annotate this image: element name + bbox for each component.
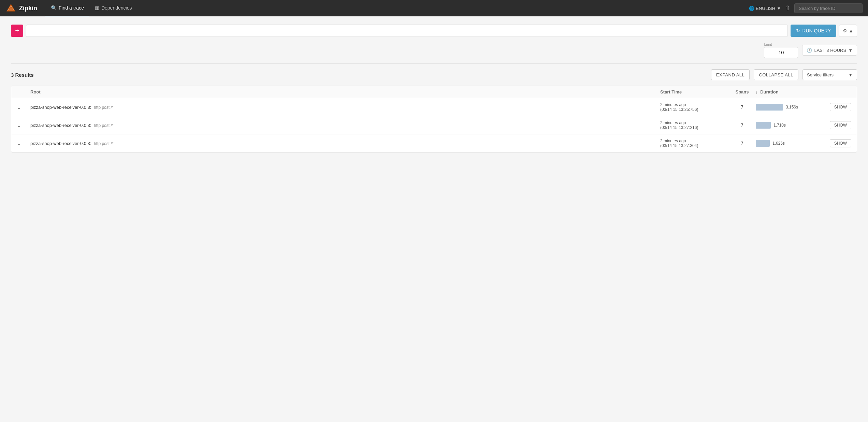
row-expand-3[interactable]: ⌄	[17, 140, 30, 147]
duration-bar-1	[756, 104, 783, 111]
limit-label: Limit	[764, 42, 772, 46]
search-icon: 🔍	[51, 5, 57, 11]
service-filters-label: Service filters	[807, 72, 834, 77]
duration-label-3: 1.625s	[772, 141, 785, 146]
query-bar: + ↻ RUN QUERY ⚙ ▲	[11, 25, 857, 37]
duration-label-1: 3.156s	[786, 105, 798, 110]
start-timestamp-1: (03/14 15:13:25:756)	[660, 107, 728, 112]
start-relative-1: 2 minutes ago	[660, 102, 728, 107]
row-starttime-3: 2 minutes ago (03/14 15:13:27:304)	[660, 139, 728, 148]
col-header-duration: ↓ Duration	[756, 89, 824, 94]
start-timestamp-2: (03/14 15:13:27:216)	[660, 125, 728, 130]
row-duration-1: 3.156s	[756, 104, 824, 111]
time-range-label: LAST 3 HOURS	[814, 48, 846, 53]
nav-links: 🔍 Find a trace ▦ Dependencies	[45, 0, 749, 16]
collapse-all-label: COLLAPSE ALL	[759, 72, 793, 77]
table-row: ⌄ pizza-shop-web-receiver-0.0.3: http po…	[11, 134, 857, 152]
col-header-action	[824, 89, 851, 94]
main-content: + ↻ RUN QUERY ⚙ ▲ Limit 🕐 LAST 3 HOURS ▼…	[0, 16, 868, 161]
find-trace-label: Find a trace	[59, 5, 84, 11]
table-row: ⌄ pizza-shop-web-receiver-0.0.3: http po…	[11, 116, 857, 134]
row-spans-1: 7	[728, 104, 756, 110]
plus-icon: +	[15, 27, 19, 35]
chevron-down-icon: ▼	[777, 6, 781, 11]
row-action-1[interactable]: SHOW	[824, 103, 851, 111]
row-action-2[interactable]: SHOW	[824, 121, 851, 129]
row-service-1: pizza-shop-web-receiver-0.0.3: http post…	[30, 105, 660, 110]
row-starttime-1: 2 minutes ago (03/14 15:13:25:756)	[660, 102, 728, 112]
zipkin-logo-icon	[5, 3, 16, 14]
service-name-1: pizza-shop-web-receiver-0.0.3: http post…	[30, 105, 113, 110]
row-duration-3: 1.625s	[756, 140, 824, 147]
duration-bar-2	[756, 122, 771, 129]
results-table: Root Start Time Spans ↓ Duration ⌄ pizza…	[11, 86, 857, 152]
refresh-icon: ↻	[796, 28, 800, 33]
options-row: Limit 🕐 LAST 3 HOURS ▼	[11, 42, 857, 58]
upload-button[interactable]: ⇧	[785, 4, 790, 12]
chevron-down-icon: ▼	[848, 48, 853, 53]
language-button[interactable]: 🌐 ENGLISH ▼	[749, 6, 781, 11]
service-name-3: pizza-shop-web-receiver-0.0.3: http post…	[30, 141, 113, 146]
row-expand-1[interactable]: ⌄	[17, 104, 30, 111]
start-relative-2: 2 minutes ago	[660, 120, 728, 125]
time-range-button[interactable]: 🕐 LAST 3 HOURS ▼	[802, 45, 857, 56]
query-input[interactable]	[26, 25, 788, 37]
service-name-2: pizza-shop-web-receiver-0.0.3: http post…	[30, 123, 113, 128]
row-action-3[interactable]: SHOW	[824, 139, 851, 147]
row-service-3: pizza-shop-web-receiver-0.0.3: http post…	[30, 141, 660, 146]
col-header-expand	[17, 89, 30, 94]
settings-button[interactable]: ⚙ ▲	[839, 25, 857, 37]
sort-icon: ↓	[756, 90, 758, 94]
show-button-1[interactable]: SHOW	[830, 103, 851, 111]
row-spans-2: 7	[728, 122, 756, 128]
run-query-button[interactable]: ↻ RUN QUERY	[791, 25, 836, 37]
clock-icon: 🕐	[807, 48, 812, 53]
gear-icon: ⚙	[843, 28, 847, 33]
nav-find-trace[interactable]: 🔍 Find a trace	[45, 0, 89, 16]
collapse-all-button[interactable]: COLLAPSE ALL	[754, 69, 798, 80]
chevron-up-icon: ▲	[849, 28, 853, 33]
row-duration-2: 1.710s	[756, 122, 824, 129]
translate-icon: 🌐	[749, 6, 754, 11]
divider	[11, 63, 857, 64]
duration-label-2: 1.710s	[773, 123, 786, 128]
col-header-root: Root	[30, 89, 660, 94]
chevron-button-2[interactable]: ⌄	[17, 122, 21, 129]
limit-group: Limit	[764, 42, 798, 58]
add-filter-button[interactable]: +	[11, 25, 23, 37]
graph-icon: ▦	[95, 5, 99, 11]
nav-right: 🌐 ENGLISH ▼ ⇧	[749, 3, 863, 13]
language-label: ENGLISH	[756, 6, 775, 11]
navbar: Zipkin 🔍 Find a trace ▦ Dependencies 🌐 E…	[0, 0, 868, 16]
nav-dependencies[interactable]: ▦ Dependencies	[89, 0, 138, 16]
brand: Zipkin	[5, 3, 37, 14]
limit-input[interactable]	[764, 47, 798, 58]
expand-all-button[interactable]: EXPAND ALL	[711, 69, 750, 80]
duration-bar-3	[756, 140, 770, 147]
service-filters-button[interactable]: Service filters ▼	[802, 69, 857, 80]
col-header-starttime: Start Time	[660, 89, 728, 94]
col-header-spans: Spans	[728, 89, 756, 94]
expand-all-label: EXPAND ALL	[716, 72, 745, 77]
row-starttime-2: 2 minutes ago (03/14 15:13:27:216)	[660, 120, 728, 130]
start-relative-3: 2 minutes ago	[660, 139, 728, 143]
show-button-3[interactable]: SHOW	[830, 139, 851, 147]
show-button-2[interactable]: SHOW	[830, 121, 851, 129]
chevron-button-1[interactable]: ⌄	[17, 104, 21, 111]
chevron-down-icon: ▼	[848, 72, 853, 77]
table-row: ⌄ pizza-shop-web-receiver-0.0.3: http po…	[11, 98, 857, 116]
row-spans-3: 7	[728, 141, 756, 146]
run-query-label: RUN QUERY	[802, 28, 831, 33]
chevron-button-3[interactable]: ⌄	[17, 140, 21, 147]
table-header: Root Start Time Spans ↓ Duration	[11, 86, 857, 98]
row-expand-2[interactable]: ⌄	[17, 122, 30, 129]
start-timestamp-3: (03/14 15:13:27:304)	[660, 143, 728, 148]
row-service-2: pizza-shop-web-receiver-0.0.3: http post…	[30, 123, 660, 128]
app-name: Zipkin	[19, 5, 37, 12]
results-count: 3 Results	[11, 72, 707, 78]
dependencies-label: Dependencies	[101, 5, 132, 11]
trace-id-search-input[interactable]	[794, 3, 863, 13]
results-header: 3 Results EXPAND ALL COLLAPSE ALL Servic…	[11, 69, 857, 80]
